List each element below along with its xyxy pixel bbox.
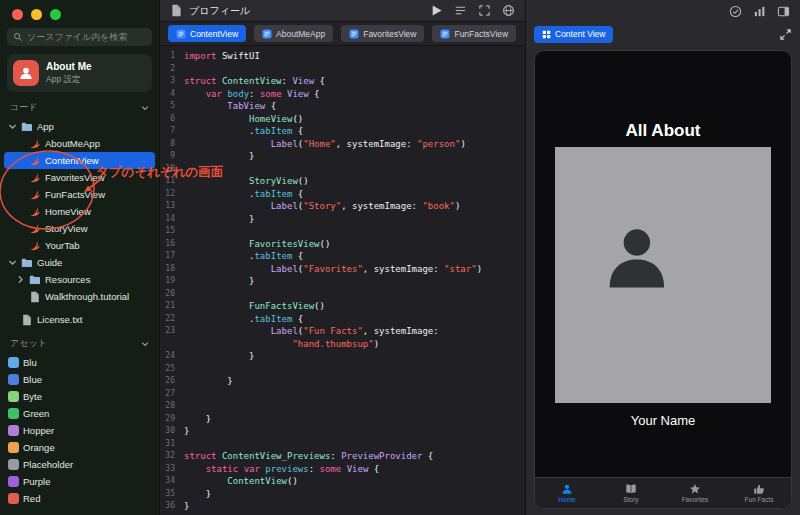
editor-tab-bar: ContentViewAboutMeAppFavoritesViewFunFac… [160,22,525,46]
code-line: 24 } [160,350,525,363]
preview-tabbar-fun-facts[interactable]: Fun Facts [727,478,791,508]
asset-thumbnail-icon [8,476,19,487]
editor-toolbar-icons [430,4,515,17]
code-line: 36} [160,500,525,513]
globe-icon[interactable] [502,4,515,17]
sidebar-item-favoritesview[interactable]: FavoritesView [4,169,155,186]
code-section-header[interactable]: コード [0,92,159,118]
editor-title: プロフィール [189,4,250,18]
line-number: 18 [160,263,184,276]
editor-tab-contentview[interactable]: ContentView [168,25,246,42]
search-input[interactable] [27,32,146,42]
sidebar-item-aboutmeapp[interactable]: AboutMeApp [4,135,155,152]
preview-tab-contentview[interactable]: Content View [534,26,613,43]
chevron-down-icon[interactable] [8,258,17,267]
file-label: AboutMeApp [45,138,100,149]
asset-item-byte[interactable]: Byte [4,388,155,405]
viewfinder-icon[interactable] [478,4,491,17]
window-toolbar-icons [729,5,790,18]
asset-item-placeholder[interactable]: Placeholder [4,456,155,473]
preview-tabbar-story[interactable]: Story [599,478,663,508]
line-number: 9 [160,150,184,163]
swift-file-icon [29,206,41,218]
code-line: 15 [160,225,525,238]
asset-item-blu[interactable]: Blu [4,354,155,371]
line-number: 16 [160,238,184,251]
expand-icon[interactable] [779,28,792,41]
code-text: Label("Home", systemImage: "person") [184,138,466,151]
doc-icon [29,291,41,303]
code-text: } [184,488,211,501]
search-field[interactable] [7,28,152,46]
zoom-button[interactable] [50,9,61,20]
preview-tabbar-label: Home [558,496,575,503]
file-label: HomeView [45,206,91,217]
line-number: 30 [160,425,184,438]
inspector-toggle-icon[interactable] [777,5,790,18]
preview-tabbar-label: Story [623,496,638,503]
file-label: YourTab [45,240,80,251]
app-card[interactable]: About Me App 設定 [7,54,152,92]
line-number: 35 [160,488,184,501]
line-number: 2 [160,63,184,76]
code-line: 5 TabView { [160,100,525,113]
chevron-down-icon[interactable] [8,122,17,131]
asset-item-hopper[interactable]: Hopper [4,422,155,439]
code-editor[interactable]: 1import SwiftUI23struct ContentView: Vie… [160,46,525,515]
line-number: 33 [160,463,184,476]
asset-thumbnail-icon [8,374,19,385]
asset-item-blue[interactable]: Blue [4,371,155,388]
asset-label: Byte [23,391,42,402]
code-line: 7 .tabItem { [160,125,525,138]
assets-section-header[interactable]: アセット [0,328,159,354]
preview-tabbar-home[interactable]: Home [535,478,599,508]
console-icon[interactable] [454,4,467,17]
chevron-down-icon[interactable] [141,340,149,348]
close-button[interactable] [12,9,23,20]
code-section-label: コード [10,101,37,114]
editor-tab-aboutmeapp[interactable]: AboutMeApp [254,25,333,42]
code-text: } [184,275,254,288]
code-line: 8 Label("Home", systemImage: "person") [160,138,525,151]
line-number: 5 [160,100,184,113]
check-circle-icon[interactable] [729,5,742,18]
code-text: .tabItem { [184,250,303,263]
folder-icon [21,121,33,133]
code-text: .tabItem { [184,125,303,138]
line-number: 6 [160,113,184,126]
chevron-right-icon[interactable] [16,275,25,284]
sidebar-item-license-txt[interactable]: License.txt [4,311,155,328]
code-text: } [184,350,254,363]
play-icon[interactable] [430,4,443,17]
code-text: } [184,375,233,388]
preview-your-name: Your Name [535,413,791,428]
sidebar-item-homeview[interactable]: HomeView [4,203,155,220]
folder-icon [29,274,41,286]
asset-item-orange[interactable]: Orange [4,439,155,456]
sidebar-item-resources[interactable]: Resources [4,271,155,288]
preview-tabbar-favorites[interactable]: Favorites [663,478,727,508]
asset-item-purple[interactable]: Purple [4,473,155,490]
minimize-button[interactable] [31,9,42,20]
sidebar-item-yourtab[interactable]: YourTab [4,237,155,254]
sidebar-item-storyview[interactable]: StoryView [4,220,155,237]
code-text: HomeView() [184,113,303,126]
chevron-spacer [16,241,25,250]
sidebar-item-funfactsview[interactable]: FunFactsView [4,186,155,203]
chevron-down-icon[interactable] [141,104,149,112]
line-number: 17 [160,250,184,263]
app-preview: All About Your Name HomeStoryFavoritesFu… [534,50,792,509]
asset-item-green[interactable]: Green [4,405,155,422]
chart-icon[interactable] [753,5,766,18]
profile-image-placeholder [555,147,771,403]
editor-tab-funfactsview[interactable]: FunFactsView [432,25,516,42]
sidebar-item-guide[interactable]: Guide [4,254,155,271]
code-line: 25 [160,363,525,376]
asset-item-red[interactable]: Red [4,490,155,507]
editor-tab-favoritesview[interactable]: FavoritesView [341,25,424,42]
file-label: Walkthrough.tutorial [45,291,129,302]
sidebar-item-contentview[interactable]: ContentView [4,152,155,169]
sidebar-item-walkthrough-tutorial[interactable]: Walkthrough.tutorial [4,288,155,305]
book-icon [625,483,637,495]
sidebar-item-app[interactable]: App [4,118,155,135]
